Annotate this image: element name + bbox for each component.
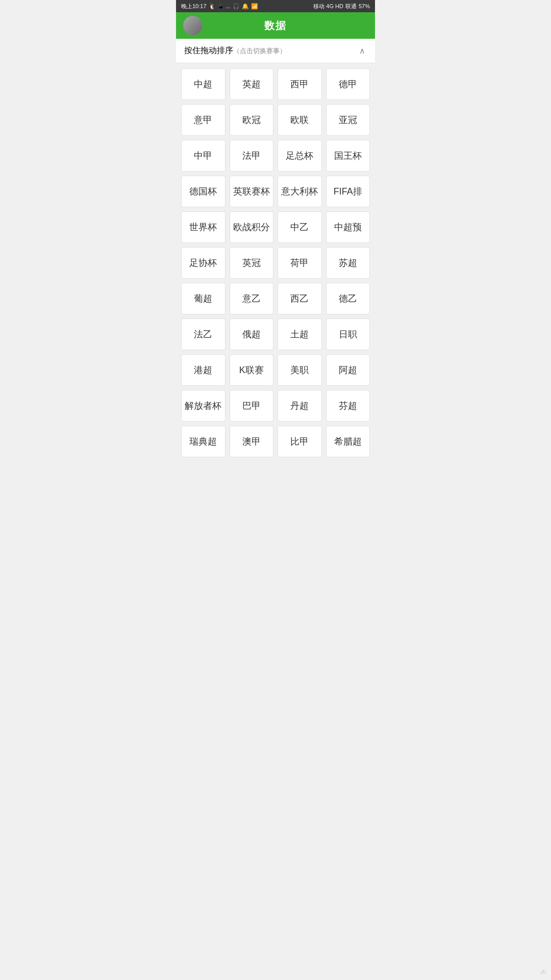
- league-item[interactable]: 苏超: [326, 247, 370, 279]
- status-wifi: 📶: [251, 3, 258, 10]
- status-icons: 🐧 📱 ...: [209, 3, 231, 10]
- league-item[interactable]: 西乙: [278, 283, 322, 314]
- league-item[interactable]: 比甲: [278, 426, 322, 457]
- league-item[interactable]: 意甲: [181, 104, 226, 136]
- league-item[interactable]: 中甲: [181, 140, 226, 172]
- league-item[interactable]: 解放者杯: [181, 390, 226, 422]
- league-item[interactable]: 德甲: [326, 68, 370, 100]
- status-time: 晚上10:17: [181, 3, 207, 10]
- league-item[interactable]: 英联赛杯: [230, 176, 274, 207]
- league-item[interactable]: 港超: [181, 354, 226, 386]
- league-item[interactable]: 英冠: [230, 247, 274, 279]
- league-item[interactable]: 德国杯: [181, 176, 226, 207]
- league-item[interactable]: 中超: [181, 68, 226, 100]
- status-left: 晚上10:17 🐧 📱 ... 🎧 🔔 📶: [181, 3, 258, 10]
- sort-sub-text: （点击切换赛事）: [233, 47, 286, 55]
- app-header: 数据: [176, 12, 375, 39]
- league-grid-container: 中超英超西甲德甲意甲欧冠欧联亚冠中甲法甲足总杯国王杯德国杯英联赛杯意大利杯FIF…: [176, 63, 375, 462]
- league-item[interactable]: 法甲: [230, 140, 274, 172]
- league-item[interactable]: 中乙: [278, 211, 322, 243]
- chevron-up-icon[interactable]: ∧: [358, 46, 367, 56]
- league-item[interactable]: 巴甲: [230, 390, 274, 422]
- league-item[interactable]: 丹超: [278, 390, 322, 422]
- league-item[interactable]: 芬超: [326, 390, 370, 422]
- league-item[interactable]: 瑞典超: [181, 426, 226, 457]
- status-bar: 晚上10:17 🐧 📱 ... 🎧 🔔 📶 移动 4G HD 联通 57%: [176, 0, 375, 12]
- league-item[interactable]: 世界杯: [181, 211, 226, 243]
- league-item[interactable]: K联赛: [230, 354, 274, 386]
- league-item[interactable]: 土超: [278, 318, 322, 350]
- league-item[interactable]: 阿超: [326, 354, 370, 386]
- league-item[interactable]: 西甲: [278, 68, 322, 100]
- avatar-image: [183, 16, 203, 35]
- league-item[interactable]: 美职: [278, 354, 322, 386]
- league-item[interactable]: 亚冠: [326, 104, 370, 136]
- league-item[interactable]: 荷甲: [278, 247, 322, 279]
- league-item[interactable]: 葡超: [181, 283, 226, 314]
- league-item[interactable]: 足总杯: [278, 140, 322, 172]
- sort-label: 按住拖动排序（点击切换赛事）: [184, 45, 286, 56]
- page-title: 数据: [264, 19, 287, 33]
- league-item[interactable]: 中超预: [326, 211, 370, 243]
- status-right: 移动 4G HD 联通 57%: [313, 3, 370, 10]
- league-item[interactable]: FIFA排: [326, 176, 370, 207]
- league-item[interactable]: 意大利杯: [278, 176, 322, 207]
- league-item[interactable]: 俄超: [230, 318, 274, 350]
- league-item[interactable]: 法乙: [181, 318, 226, 350]
- status-bell: 🔔: [242, 3, 249, 10]
- sort-bar: 按住拖动排序（点击切换赛事） ∧: [176, 39, 375, 63]
- league-grid: 中超英超西甲德甲意甲欧冠欧联亚冠中甲法甲足总杯国王杯德国杯英联赛杯意大利杯FIF…: [181, 68, 370, 457]
- status-battery: 57%: [359, 3, 370, 9]
- league-item[interactable]: 意乙: [230, 283, 274, 314]
- avatar[interactable]: [183, 16, 203, 35]
- status-network: 移动 4G HD: [313, 3, 343, 10]
- league-item[interactable]: 希腊超: [326, 426, 370, 457]
- league-item[interactable]: 澳甲: [230, 426, 274, 457]
- status-headphone: 🎧: [233, 3, 240, 10]
- sort-main-text: 按住拖动排序: [184, 46, 233, 55]
- league-item[interactable]: 足协杯: [181, 247, 226, 279]
- status-carrier: 联通: [345, 3, 357, 10]
- league-item[interactable]: 欧联: [278, 104, 322, 136]
- league-item[interactable]: 欧冠: [230, 104, 274, 136]
- league-item[interactable]: 日职: [326, 318, 370, 350]
- league-item[interactable]: 国王杯: [326, 140, 370, 172]
- league-item[interactable]: 德乙: [326, 283, 370, 314]
- league-item[interactable]: 欧战积分: [230, 211, 274, 243]
- league-item[interactable]: 英超: [230, 68, 274, 100]
